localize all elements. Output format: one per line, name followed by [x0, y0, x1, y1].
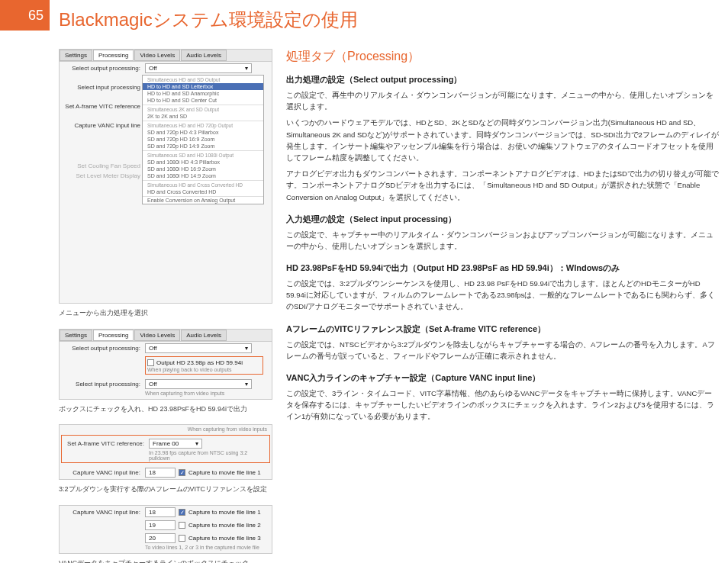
input-line1[interactable]: 18	[145, 468, 176, 478]
label-fan: Set Cooling Fan Speed	[63, 162, 145, 169]
menu-item[interactable]: HD to HD and SD Letterbox	[143, 83, 263, 90]
checkbox-label: Capture to movie file line 3	[188, 535, 261, 542]
tab-audio-levels[interactable]: Audio Levels	[181, 50, 227, 61]
caption-3: 3:2プルダウンを実行する際のAフレームのVITCリファレンスを設定	[59, 484, 272, 494]
menu-group-header: Simultaneous HD and SD Output	[143, 76, 263, 83]
chevron-down-icon: ▾	[245, 65, 248, 72]
label: Capture VANC input line:	[63, 509, 145, 516]
menu-group-header: Simultaneous 2K and SD Output	[143, 106, 263, 113]
right-column: 処理タブ（Processing） 出力処理の設定（Select output p…	[286, 49, 719, 563]
dropdown-output-processing[interactable]: Off▾	[145, 63, 252, 73]
menu-item[interactable]: HD to HD and SD Center Cut	[143, 97, 263, 104]
page-number: 65	[0, 0, 50, 31]
body-text: いくつかのハードウェアモデルでは、HDとSD、2KとSDなどの同時ダウンコンバー…	[286, 117, 719, 163]
sub-heading: 入力処理の設定（Select input processing）	[286, 214, 719, 225]
screenshot-4: Capture VANC input line: 18 ✓ Capture to…	[59, 505, 272, 554]
checkbox[interactable]	[179, 535, 185, 542]
input-line1[interactable]: 18	[145, 507, 176, 517]
menu-item[interactable]: SD and 720p HD 4:3 Pillarbox	[143, 129, 263, 136]
highlight-box: Set A-frame VITC reference: Frame 00▾ In…	[61, 435, 270, 463]
menu-item[interactable]: SD and 720p HD 16:9 Zoom	[143, 136, 263, 143]
sub-text: In 23.98 fps capture from NTSC using 3:2…	[149, 450, 268, 461]
sub-text: When playing back to video outputs	[147, 367, 261, 372]
dropdown-value: Frame 00	[153, 440, 179, 447]
caption-4: VANCデータをキャプチャーするラインのボックスにチェック	[59, 558, 272, 563]
checkbox[interactable]: ✓	[179, 469, 185, 476]
label: Capture VANC input line:	[63, 469, 145, 476]
menu-item[interactable]: SD and 1080i HD 16:9 Zoom	[143, 166, 263, 172]
dropdown-value: Off	[149, 345, 157, 352]
highlight-box: Output HD 23.98p as HD 59.94i When playi…	[145, 356, 263, 375]
sub-text: To video lines 1, 2 or 3 in the captured…	[145, 545, 272, 553]
tab-settings[interactable]: Settings	[60, 330, 92, 341]
sub-heading: AフレームのVITCリファレンス設定（Set A-frame VITC refe…	[286, 323, 719, 335]
body-text: この設定で、3ライン・タイムコード、VITC字幕情報、他のあらゆるVANCデータ…	[286, 388, 719, 423]
input-line3[interactable]: 20	[145, 533, 176, 543]
tab-processing[interactable]: Processing	[93, 330, 134, 341]
body-text: この設定で、キャプチャー中のリアルタイム・ダウンコンバージョンおよびアップコンバ…	[286, 229, 719, 252]
checkbox-label: Capture to movie file line 1	[188, 469, 261, 476]
tab-settings[interactable]: Settings	[60, 50, 92, 61]
dropdown[interactable]: Frame 00▾	[149, 439, 202, 449]
left-column: Settings Processing Video Levels Audio L…	[59, 49, 272, 563]
menu-group-header: Simultaneous SD and HD 1080i Output	[143, 152, 263, 159]
output-processing-menu: Simultaneous HD and SD Output HD to HD a…	[142, 75, 264, 204]
label: Set A-frame VITC reference:	[66, 440, 149, 447]
page-title: Blackmagicシステム環境設定の使用	[59, 8, 719, 32]
body-text: この設定で、再生中のリアルタイム・ダウンコンバージョンが可能になります。メニュー…	[286, 89, 719, 112]
screenshot-3: When capturing from video inputs Set A-f…	[59, 424, 272, 480]
sub-heading: 出力処理の設定（Select output processing）	[286, 74, 719, 85]
checkbox-label: Output HD 23.98p as HD 59.94i	[156, 359, 243, 366]
checkbox[interactable]	[179, 522, 185, 529]
body-text: アナログビデオ出力もダウンコンバートされます。コンポーネントアナログビデオは、H…	[286, 168, 719, 203]
label-vanc: Capture VANC input line	[63, 122, 145, 129]
dropdown[interactable]: Off▾	[145, 379, 252, 389]
chevron-down-icon: ▾	[245, 345, 248, 352]
body-text: この設定では、3:2プルダウンシーケンスを使用し、HD 23.98 PsFをHD…	[286, 278, 719, 313]
sub-heading: VANC入力ラインのキャプチャー設定（Capture VANC input li…	[286, 372, 719, 384]
label-input-processing: Select input processing	[63, 84, 145, 91]
label-vitc: Set A-frame VITC reference	[63, 103, 145, 110]
menu-item[interactable]: HD and Cross Converted HD	[143, 188, 263, 195]
tab-video-levels[interactable]: Video Levels	[134, 50, 180, 61]
menu-item[interactable]: HD to HD and SD Anamorphic	[143, 90, 263, 97]
caption-2: ボックスにチェックを入れ、HD 23.98PsFをHD 59.94iで出力	[59, 404, 272, 414]
label: Select output processing:	[63, 345, 145, 352]
tab-audio-levels[interactable]: Audio Levels	[181, 330, 227, 341]
dropdown-value: Off	[149, 65, 157, 72]
menu-group-header: Simultaneous HD and Cross Converted HD	[143, 182, 263, 188]
menu-group-header: Simultaneous HD and HD 720p Output	[143, 122, 263, 129]
body-text: この設定では、NTSCビデオから3:2プルダウンを除去しながらキャプチャーする場…	[286, 339, 719, 362]
menu-item[interactable]: 2K to 2K and SD	[143, 113, 263, 120]
sub-text: When capturing from video inputs	[60, 425, 272, 433]
screenshot-2: Settings Processing Video Levels Audio L…	[59, 329, 272, 400]
chevron-down-icon: ▾	[195, 440, 198, 447]
checkbox-label: Capture to movie file line 2	[188, 522, 261, 529]
checkbox[interactable]: ✓	[179, 509, 185, 516]
label-output-processing: Select output processing:	[63, 65, 145, 72]
sub-text: When capturing from video inputs	[145, 391, 272, 399]
dropdown-value: Off	[149, 381, 157, 388]
caption-1: メニューから出力処理を選択	[59, 308, 272, 318]
menu-item[interactable]: SD and 720p HD 14:9 Zoom	[143, 143, 263, 150]
label: Select input processing:	[63, 381, 145, 388]
menu-item[interactable]: SD and 1080i HD 14:9 Zoom	[143, 172, 263, 179]
sub-heading: HD 23.98PsFをHD 59.94iで出力（Output HD 23.98…	[286, 262, 719, 274]
label-meter: Set Level Meter Display	[63, 172, 145, 179]
section-title: 処理タブ（Processing）	[286, 49, 719, 65]
menu-item[interactable]: SD and 1080i HD 4:3 Pillarbox	[143, 159, 263, 166]
tab-video-levels[interactable]: Video Levels	[134, 330, 180, 341]
input-line2[interactable]: 19	[145, 520, 176, 530]
chevron-down-icon: ▾	[245, 381, 248, 388]
checkbox[interactable]	[147, 359, 154, 366]
menu-item[interactable]: Enable Conversion on Analog Output	[143, 197, 263, 204]
tab-processing[interactable]: Processing	[93, 50, 134, 61]
screenshot-1: Settings Processing Video Levels Audio L…	[59, 49, 272, 304]
checkbox-label: Capture to movie file line 1	[188, 509, 261, 516]
dropdown[interactable]: Off▾	[145, 343, 252, 353]
